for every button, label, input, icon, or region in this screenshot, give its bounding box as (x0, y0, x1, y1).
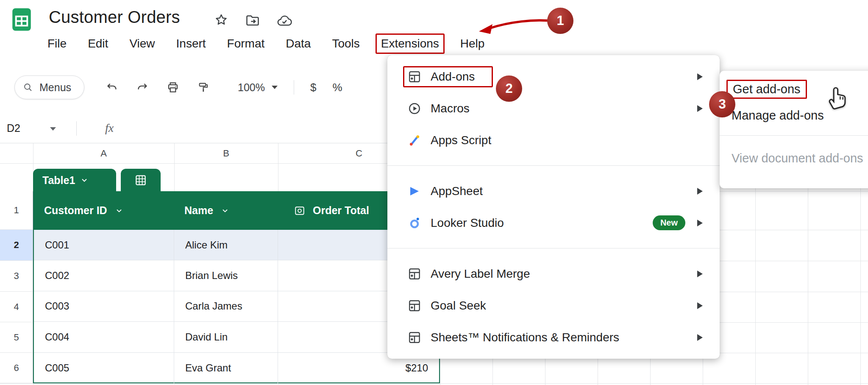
header-name[interactable]: Name (174, 191, 278, 230)
highlight-box-add-ons: Add-ons (403, 66, 493, 87)
mouse-cursor-icon (826, 84, 849, 110)
submenu-arrow-icon (697, 334, 703, 341)
row-header-2[interactable]: 2 (0, 230, 33, 261)
chevron-down-icon (80, 176, 89, 184)
submenu-arrow-icon (697, 73, 703, 80)
submenu-arrow-icon (697, 188, 703, 195)
table-row: C004 David Lin (34, 322, 439, 352)
table-grid-icon (134, 174, 147, 187)
highlight-box-get-add-ons: Get add-ons (726, 80, 807, 99)
chevron-down-icon (115, 206, 123, 215)
table-header-row: Customer ID Name Order Total (34, 191, 439, 230)
menu-item-view-document-add-ons: View document add-ons (720, 142, 868, 174)
cell-a4[interactable]: C003 (34, 291, 174, 321)
annotation-step-3: 3 (709, 91, 735, 117)
table-name: Table1 (42, 174, 75, 187)
appsheet-icon (408, 184, 421, 198)
looker-studio-icon (408, 216, 421, 230)
menu-separator (720, 135, 868, 136)
addon-grid-icon (408, 267, 421, 281)
row-header-1[interactable]: 1 (0, 191, 33, 230)
menu-item-goal-seek[interactable]: Goal Seek (387, 290, 720, 321)
chevron-down-icon (221, 206, 229, 215)
menu-separator (387, 248, 720, 248)
annotation-step-1: 1 (547, 8, 573, 34)
cell-b5[interactable]: David Lin (174, 322, 278, 352)
cell-a3[interactable]: C002 (34, 260, 174, 290)
cell-b3[interactable]: Brian Lewis (174, 260, 278, 290)
cell-a2[interactable]: C001 (34, 230, 174, 260)
cell-b4[interactable]: Carla James (174, 291, 278, 321)
table-row: C003 Carla James (34, 291, 439, 322)
annotation-step-2: 2 (496, 75, 522, 102)
table-row: C005 Eva Grant $210 (34, 353, 439, 383)
new-badge: New (653, 215, 685, 230)
table-grid-tab[interactable] (121, 169, 161, 192)
addon-grid-icon (408, 331, 421, 344)
cell-a5[interactable]: C004 (34, 322, 174, 352)
menu-item-avery-label-merge[interactable]: Avery Label Merge (387, 258, 720, 290)
menu-item-add-ons[interactable]: Add-ons (387, 61, 720, 92)
menu-item-sheets-notifications[interactable]: Sheets™ Notifications & Reminders (387, 321, 720, 353)
macros-icon (408, 102, 421, 115)
menu-item-apps-script[interactable]: Apps Script (387, 124, 720, 156)
table-row: C002 Brian Lewis (34, 260, 439, 291)
header-customer-id[interactable]: Customer ID (34, 191, 174, 230)
menu-item-appsheet[interactable]: AppSheet (387, 175, 720, 207)
submenu-arrow-icon (697, 105, 703, 112)
cell-a6[interactable]: C005 (34, 353, 174, 383)
menu-item-macros[interactable]: Macros (387, 92, 720, 124)
table-name-tab[interactable]: Table1 (33, 169, 116, 192)
menu-separator (387, 165, 720, 166)
annotation-arrow (466, 14, 559, 38)
menu-item-looker-studio[interactable]: Looker Studio New (387, 207, 720, 239)
row-header-6[interactable]: 6 (0, 353, 33, 383)
row-header-5[interactable]: 5 (0, 322, 33, 353)
row-header-3[interactable]: 3 (0, 261, 33, 292)
submenu-arrow-icon (697, 271, 703, 277)
cell-b6[interactable]: Eva Grant (174, 353, 278, 383)
orders-table: Customer ID Name Order Total C001 Alice … (33, 191, 440, 383)
add-ons-icon (408, 70, 421, 84)
submenu-arrow-icon (697, 220, 703, 226)
apps-script-icon (408, 134, 421, 147)
column-type-icon (294, 205, 305, 216)
table-row: C001 Alice Kim (34, 230, 439, 260)
cell-b2[interactable]: Alice Kim (174, 230, 278, 260)
google-sheets-app: Customer Orders File Edit View Insert Fo… (0, 0, 868, 385)
extensions-menu: Add-ons Macros Apps Script AppSheet (387, 55, 720, 359)
submenu-arrow-icon (697, 302, 703, 309)
row-header-4[interactable]: 4 (0, 292, 33, 322)
addon-grid-icon (408, 299, 421, 312)
